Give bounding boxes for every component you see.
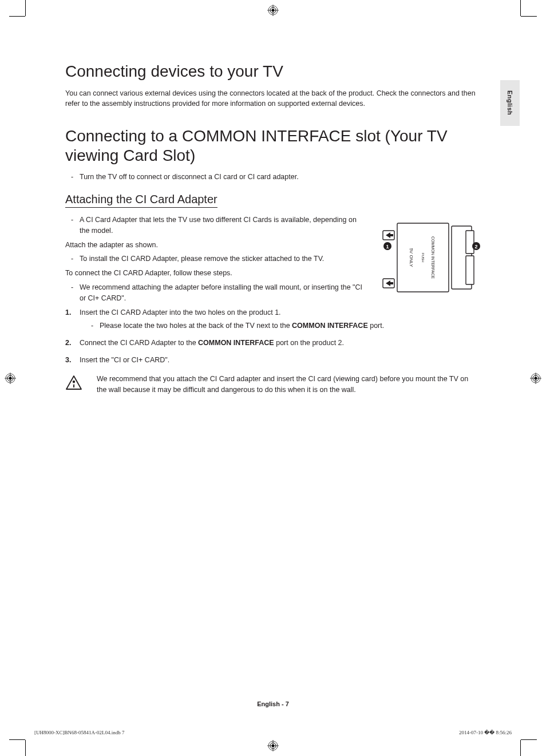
- warning-text: We recommend that you attach the CI Card…: [97, 374, 477, 395]
- bullet-turn-off: Turn the TV off to connect or disconnect…: [71, 172, 477, 183]
- svg-point-4: [272, 9, 275, 12]
- bullet-recommend-before-wall: We recommend attaching the adapter befor…: [71, 282, 363, 304]
- language-tab-label: English: [507, 90, 513, 115]
- crop-mark: [520, 0, 521, 16]
- registration-mark-icon: [267, 5, 279, 16]
- step-1: 1. Insert the CI CARD Adapter into the t…: [65, 307, 477, 331]
- diagram-num-2: 2: [474, 244, 477, 250]
- step-2: 2. Connect the CI CARD Adapter to the CO…: [65, 337, 477, 349]
- language-tab: English: [500, 80, 520, 126]
- svg-rect-22: [466, 231, 474, 254]
- intro-paragraph: You can connect various external devices…: [65, 88, 477, 110]
- subheading-attaching-ci-adapter: Attaching the CI Card Adapter: [65, 193, 217, 208]
- svg-point-28: [73, 381, 75, 383]
- page-content: Connecting devices to your TV You can co…: [65, 57, 477, 395]
- svg-point-9: [272, 745, 275, 747]
- crop-mark: [521, 16, 537, 17]
- page-footer: English - 7: [0, 700, 546, 707]
- ci-adapter-diagram: 1 2 5V ONLY PUSH COMMON INTERFACE: [377, 215, 483, 308]
- diagram-label-common: COMMON INTERFACE: [431, 236, 435, 279]
- warning-icon: [65, 375, 82, 395]
- diagram-label-5v: 5V ONLY: [409, 248, 414, 267]
- bullet-adapter-available: A CI Card Adapter that lets the TV use t…: [71, 215, 363, 236]
- print-metadata: [UH8000-XC]BN68-05841A-02L04.indb 7 2014…: [34, 730, 512, 735]
- crop-mark: [25, 740, 26, 756]
- crop-mark: [9, 739, 25, 740]
- diagram-num-1: 1: [386, 244, 389, 250]
- crop-mark: [9, 16, 25, 17]
- crop-mark: [521, 739, 537, 740]
- registration-mark-icon: [267, 740, 279, 751]
- heading-connecting-devices: Connecting devices to your TV: [65, 62, 477, 81]
- crop-mark: [520, 740, 521, 756]
- svg-point-14: [9, 377, 12, 379]
- heading-common-interface: Connecting to a COMMON INTERFACE slot (Y…: [65, 126, 477, 165]
- print-timestamp: 2014-07-10 �� 8:56:26: [459, 730, 512, 735]
- registration-mark-icon: [5, 373, 16, 384]
- para-attach-as-shown: Attach the adapter as shown.: [65, 240, 363, 251]
- registration-mark-icon: [530, 373, 541, 384]
- print-file-name: [UH8000-XC]BN68-05841A-02L04.indb 7: [34, 730, 125, 735]
- step-3: 3. Insert the "CI or CI+ CARD".: [65, 354, 477, 366]
- diagram-label-push: PUSH: [421, 253, 425, 263]
- svg-rect-23: [466, 256, 474, 284]
- para-follow-steps: To connect the CI CARD Adapter, follow t…: [65, 268, 363, 279]
- bullet-remove-sticker: To install the CI CARD Adapter, please r…: [71, 254, 363, 264]
- svg-point-19: [535, 377, 537, 379]
- crop-mark: [25, 0, 26, 16]
- step-1-nested: Please locate the two holes at the back …: [91, 320, 477, 331]
